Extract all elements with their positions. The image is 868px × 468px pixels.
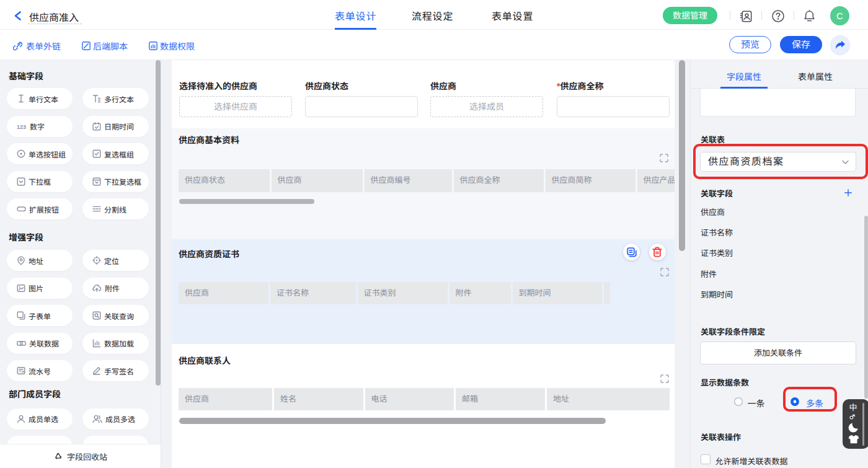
svg-text:123: 123 bbox=[17, 124, 26, 130]
